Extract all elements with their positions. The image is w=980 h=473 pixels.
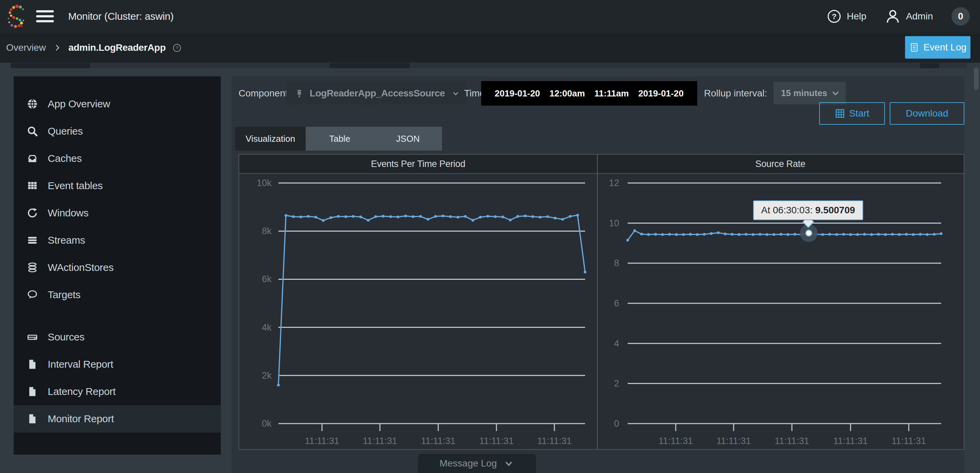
drive-icon	[27, 331, 38, 343]
svg-text:11:11:31: 11:11:31	[537, 436, 571, 446]
svg-text:?: ?	[176, 45, 178, 51]
tooltip-text: At 06:30:03: 9.500709	[753, 201, 864, 220]
svg-text:4k: 4k	[262, 322, 272, 333]
rollup-label: Rollup interval:	[704, 88, 767, 99]
rollup-interval-dropdown[interactable]: 15 minutes	[773, 82, 846, 104]
sidebar-item-wactionstores[interactable]: WActionStores	[14, 254, 221, 281]
breadcrumb-overview-link[interactable]: Overview	[6, 42, 46, 53]
message-log-toggle[interactable]: Message Log	[418, 454, 536, 473]
page-title: Monitor (Cluster: aswin)	[68, 0, 174, 33]
rollup-value: 15 minutes	[781, 88, 830, 99]
svg-text:2k: 2k	[262, 370, 272, 381]
svg-text:12: 12	[609, 178, 619, 188]
user-menu[interactable]: Admin	[885, 8, 933, 24]
chart-title-events: Events Per Time Period	[239, 155, 597, 173]
help-icon: ?	[827, 9, 841, 24]
svg-text:10: 10	[609, 218, 619, 228]
breadcrumb: Overview admin.LogReaderApp ?	[6, 33, 181, 63]
chevron-down-icon	[503, 458, 514, 469]
history-icon	[27, 207, 38, 219]
component-label: Component:	[239, 88, 291, 99]
striim-logo	[5, 4, 29, 29]
view-tabs: VisualizationTableJSON	[235, 127, 442, 151]
help-button[interactable]: ? Help	[827, 9, 867, 24]
sidebar-item-targets[interactable]: Targets	[14, 281, 221, 308]
sidebar-section-gap	[14, 308, 221, 323]
svg-text:11:11:31: 11:11:31	[716, 436, 751, 446]
svg-text:11:11:31: 11:11:31	[421, 436, 455, 446]
tooltip-time: At 06:30:03:	[761, 205, 815, 215]
sidebar-item-windows[interactable]: Windows	[14, 199, 221, 227]
svg-text:10k: 10k	[256, 178, 272, 188]
time-value-1: 12:00am	[550, 88, 585, 99]
sidebar-item-label: WActionStores	[48, 262, 113, 273]
info-question-icon[interactable]: ?	[172, 43, 181, 53]
start-label: Start	[849, 108, 869, 119]
cutoff-box	[11, 63, 90, 68]
sidebar-item-label: Event tables	[48, 180, 103, 191]
top-bar: Monitor (Cluster: aswin) ? Help Admin 0	[0, 0, 980, 33]
tab-table[interactable]: Table	[305, 127, 374, 151]
svg-text:11:11:31: 11:11:31	[363, 436, 397, 446]
svg-text:0: 0	[614, 419, 619, 429]
svg-text:8: 8	[614, 258, 619, 268]
sidebar-item-label: Targets	[48, 289, 80, 301]
sidebar-item-label: Windows	[48, 207, 89, 219]
help-label: Help	[847, 11, 867, 22]
sidebar-item-label: Queries	[48, 126, 83, 137]
charts-container: Events Per Time Period Source Rate 0k2k4…	[239, 154, 964, 450]
hamburger-menu-icon[interactable]	[36, 10, 54, 22]
sidebar-item-interval-report[interactable]: Interval Report	[14, 351, 221, 378]
svg-text:6k: 6k	[262, 274, 272, 284]
component-dropdown[interactable]: LogReaderApp_AccessSource	[286, 82, 467, 105]
component-value: LogReaderApp_AccessSource	[310, 88, 445, 99]
sidebar-item-label: Monitor Report	[48, 413, 114, 425]
speech-icon	[27, 289, 38, 301]
event-log-button[interactable]: Event Log	[905, 36, 970, 59]
svg-text:11:11:31: 11:11:31	[479, 436, 514, 446]
sidebar-item-queries[interactable]: Queries	[14, 118, 221, 145]
cutoff-box	[329, 63, 410, 68]
tab-json[interactable]: JSON	[374, 127, 442, 151]
user-icon	[885, 8, 900, 24]
sidebar-item-app-overview[interactable]: App Overview	[14, 90, 221, 118]
notification-badge[interactable]: 0	[951, 7, 970, 25]
svg-text:2: 2	[614, 378, 619, 389]
sidebar-item-event-tables[interactable]: Event tables	[14, 172, 221, 199]
sidebar-item-streams[interactable]: Streams	[14, 227, 221, 254]
svg-text:0k: 0k	[262, 419, 272, 429]
svg-text:11:11:31: 11:11:31	[891, 436, 926, 446]
events-per-time-period-chart[interactable]: 0k2k4k6k8k10k11:11:3111:11:3111:11:3111:…	[239, 175, 597, 450]
tab-visualization[interactable]: Visualization	[235, 127, 305, 151]
time-value-3: 2019-01-20	[638, 88, 684, 99]
sidebar-item-label: Interval Report	[48, 358, 113, 370]
sidebar-item-label: Sources	[48, 331, 84, 343]
time-range-picker[interactable]: 2019-01-2012:00am11:11am2019-01-20	[481, 81, 697, 106]
svg-text:6: 6	[614, 298, 619, 308]
chevron-down-icon	[830, 88, 841, 99]
sidebar-item-caches[interactable]: Caches	[14, 145, 221, 172]
time-value-0: 2019-01-20	[495, 88, 540, 99]
cutoff-box	[920, 63, 939, 68]
chevron-right-icon	[53, 43, 62, 52]
sidebar-item-sources[interactable]: Sources	[14, 323, 221, 351]
breadcrumb-current: admin.LogReaderApp	[68, 42, 166, 53]
download-button[interactable]: Download	[890, 102, 964, 125]
grid-icon	[835, 108, 845, 119]
message-log-label: Message Log	[439, 458, 497, 469]
sidebar-item-monitor-report[interactable]: Monitor Report	[14, 405, 221, 432]
scrollbar-thumb[interactable]	[974, 67, 978, 90]
chart-title-source-rate: Source Rate	[597, 155, 964, 173]
file-icon	[27, 413, 38, 425]
svg-text:8k: 8k	[262, 226, 272, 236]
svg-text:4: 4	[614, 338, 619, 349]
table-icon	[27, 180, 38, 191]
sidebar-item-latency-report[interactable]: Latency Report	[14, 378, 221, 405]
database-icon	[27, 262, 38, 273]
chart-headers: Events Per Time Period Source Rate	[239, 155, 964, 174]
time-value-2: 11:11am	[594, 88, 629, 99]
cutoff-content-row	[11, 63, 967, 68]
start-button[interactable]: Start	[819, 102, 885, 125]
event-log-label: Event Log	[923, 42, 966, 53]
svg-text:11:11:31: 11:11:31	[775, 436, 809, 446]
